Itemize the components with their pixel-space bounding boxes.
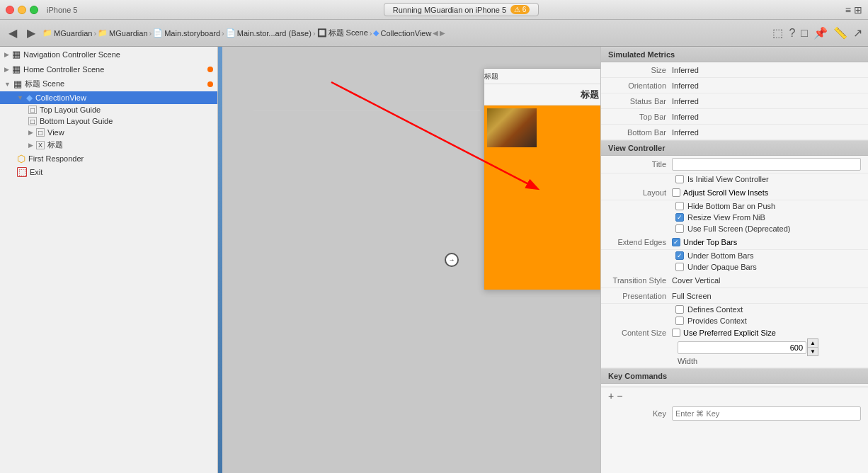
sidebar-item-exit[interactable]: ⬚ Exit	[0, 166, 217, 178]
breadcrumb-biaoti-scene[interactable]: 标题 Scene	[329, 28, 368, 38]
sidebar-item-first-responder[interactable]: ⬡ First Responder	[0, 152, 217, 166]
share-icon[interactable]: ↗	[853, 26, 862, 40]
biaoti-label-text: 标题	[47, 139, 63, 150]
remove-button[interactable]: −	[617, 390, 622, 401]
under-opaque-bars-label: Under Opaque Bars	[687, 263, 757, 271]
key-input-row: Key	[601, 404, 868, 423]
pin-icon[interactable]: 📌	[813, 26, 828, 40]
list-icon[interactable]: ≡	[845, 4, 851, 16]
layout-label: Layout	[608, 188, 672, 197]
simulated-metrics-title: Simulated Metrics	[601, 47, 868, 62]
help-icon[interactable]: ?	[789, 27, 795, 40]
vc-title-input[interactable]	[672, 158, 861, 171]
exit-icon: ⬚	[17, 167, 27, 177]
inspector-icon[interactable]: ⬚	[772, 26, 783, 40]
add-button[interactable]: +	[608, 390, 614, 401]
prop-content-size-row: Content Size Use Preferred Explicit Size…	[601, 326, 868, 368]
sidebar-item-view[interactable]: ▶ □ View	[0, 127, 217, 138]
resize-view-checkbox[interactable]: ✓	[675, 213, 684, 222]
is-initial-label: Is Initial View Controller	[687, 175, 769, 183]
grid-icon[interactable]: ⊞	[854, 4, 862, 16]
sidebar-item-home-controller[interactable]: ▶ ▦ Home Controller Scene	[0, 62, 217, 76]
active-tab[interactable]: Running MGuardian on iPhone 5 ⚠ 6	[384, 3, 539, 16]
content-size-width-input[interactable]	[678, 341, 806, 354]
canvas-accent-bar	[218, 47, 222, 473]
nav-controller-icon: ▦	[12, 49, 21, 59]
prop-statusbar-row: Status Bar Inferred	[601, 93, 868, 109]
statusbar-value: Inferred	[672, 97, 861, 106]
biaoti-scene-label: 标题 Scene	[25, 79, 64, 89]
size-value: Inferred	[672, 66, 861, 74]
is-initial-checkbox[interactable]	[675, 175, 684, 183]
checkbox-row-defines-context: Defines Context	[601, 304, 868, 315]
back-button[interactable]: ◀	[6, 25, 20, 41]
top-layout-label: Top Layout Guide	[40, 106, 101, 114]
sidebar: ▶ ▦ Navigation Controller Scene ▶ ▦ Home…	[0, 47, 218, 473]
tab-bar: Running MGuardian on iPhone 5 ⚠ 6	[83, 3, 839, 16]
breadcrumb: 📁 MGuardian › 📁 MGuardian › 📄 Main.story…	[42, 28, 768, 38]
sidebar-item-biaoti-label[interactable]: ▶ X 标题	[0, 138, 217, 152]
sidebar-item-top-layout[interactable]: □ Top Layout Guide	[0, 104, 217, 115]
defines-context-label: Defines Context	[687, 305, 743, 314]
breadcrumb-main-storyboard[interactable]: Main.storyboard	[164, 29, 220, 38]
vc-title-label: Title	[608, 160, 672, 169]
key-label: Key	[608, 409, 672, 418]
breadcrumb-mguardian1[interactable]: MGuardian	[54, 29, 92, 38]
checkbox-row-fullscreen: Use Full Screen (Deprecated)	[601, 223, 868, 234]
breadcrumb-main-base[interactable]: Main.stor...ard (Base)	[237, 29, 312, 38]
expand-arrow-view: ▶	[28, 129, 33, 136]
under-top-bars-label: Under Top Bars	[683, 238, 737, 246]
collectionview-icon: ◆	[26, 93, 33, 103]
iphone-body	[484, 106, 600, 290]
expand-arrow-icon3: ▼	[4, 81, 11, 88]
hide-bottom-checkbox[interactable]	[675, 202, 684, 210]
library-icon[interactable]: □	[801, 27, 808, 40]
orientation-value: Inferred	[672, 81, 861, 90]
adjust-scroll-checkbox[interactable]	[672, 188, 680, 197]
iphone-nav-bar: 标题	[484, 69, 600, 84]
checkbox-row-under-bottom: ✓ Under Bottom Bars	[601, 250, 868, 261]
adjust-scroll-label: Adjust Scroll View Insets	[683, 188, 768, 197]
close-button[interactable]	[6, 6, 14, 14]
breadcrumb-mguardian2[interactable]: MGuardian	[109, 29, 147, 38]
prop-extend-edges-row: Extend Edges ✓ Under Top Bars	[601, 234, 868, 250]
defines-context-checkbox[interactable]	[675, 305, 684, 314]
under-opaque-bars-checkbox[interactable]	[675, 263, 684, 271]
minimize-button[interactable]	[18, 6, 26, 14]
hide-bottom-label: Hide Bottom Bar on Push	[687, 202, 775, 210]
key-input[interactable]	[672, 406, 861, 421]
ruler-icon[interactable]: 📏	[833, 26, 847, 40]
main-layout: ▶ ▦ Navigation Controller Scene ▶ ▦ Home…	[0, 47, 868, 473]
under-top-bars-checkbox[interactable]: ✓	[672, 238, 680, 246]
view-controller-title: View Controller	[601, 140, 868, 156]
maximize-button[interactable]	[30, 6, 38, 14]
provides-context-checkbox[interactable]	[675, 317, 684, 325]
under-bottom-bars-label: Under Bottom Bars	[687, 251, 754, 260]
sidebar-item-collectionview[interactable]: ▼ ◆ CollectionView	[0, 91, 217, 104]
under-bottom-bars-checkbox[interactable]: ✓	[675, 251, 684, 260]
forward-button[interactable]: ▶	[24, 25, 38, 41]
sidebar-item-bottom-layout[interactable]: □ Bottom Layout Guide	[0, 115, 217, 127]
iphone-nav-title: 标题	[484, 72, 498, 81]
iphone-mockup: 标题 标题	[484, 68, 600, 290]
use-preferred-checkbox[interactable]	[672, 329, 680, 337]
stepper-up[interactable]: ▲	[808, 339, 818, 348]
content-size-label: Content Size	[608, 329, 672, 337]
sidebar-item-biaoti-scene[interactable]: ▼ ▦ 标题 Scene	[0, 76, 217, 91]
breadcrumb-folder-icon: 📁	[42, 28, 52, 38]
expand-arrow-cv: ▼	[17, 94, 23, 101]
breadcrumb-collectionview[interactable]: CollectionView	[380, 29, 431, 38]
stepper-down[interactable]: ▼	[808, 348, 818, 355]
nav-controller-label: Navigation Controller Scene	[23, 50, 120, 59]
breadcrumb-folder-icon2: 📁	[98, 28, 108, 38]
presentation-value: Full Screen	[672, 292, 861, 300]
fullscreen-checkbox[interactable]	[675, 224, 684, 233]
collectionview-label: CollectionView	[35, 93, 86, 102]
provides-context-label: Provides Context	[687, 317, 747, 325]
tab-label: Running MGuardian on iPhone 5	[393, 6, 506, 14]
key-commands-title: Key Commands	[601, 368, 868, 384]
size-label: Size	[608, 66, 672, 74]
bottombar-label: Bottom Bar	[608, 128, 672, 137]
title-bar-actions: ≡ ⊞	[845, 4, 862, 16]
sidebar-item-nav-controller[interactable]: ▶ ▦ Navigation Controller Scene	[0, 47, 217, 62]
